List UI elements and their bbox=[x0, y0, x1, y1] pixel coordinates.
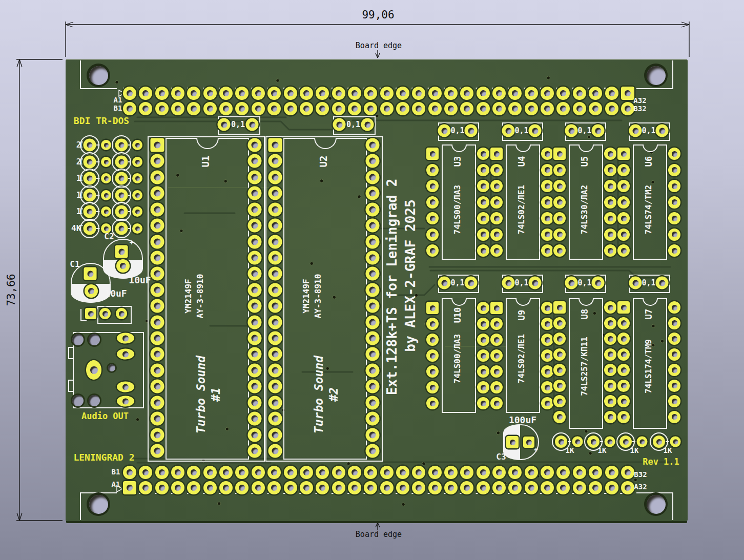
socket-pad bbox=[151, 138, 164, 152]
drill-hole bbox=[430, 248, 436, 254]
pin1-notch bbox=[196, 138, 219, 149]
socket-pad bbox=[151, 347, 164, 361]
connector-top-row-b-pad bbox=[508, 102, 522, 115]
drill-hole bbox=[191, 106, 197, 112]
drill-hole bbox=[673, 439, 678, 444]
via bbox=[589, 452, 592, 455]
ic-value: 74LS00/ЛА3 bbox=[453, 185, 462, 234]
drill-hole bbox=[272, 222, 279, 229]
ic-pad bbox=[553, 180, 566, 192]
ic-pad bbox=[426, 244, 439, 257]
connector-top-row-a-pad bbox=[541, 87, 554, 100]
cap-c2-polarity-mark: + bbox=[130, 239, 134, 246]
ic-value: 74LS02/ЛЕ1 bbox=[518, 334, 526, 383]
connector-bottom-row-b-pad bbox=[332, 466, 345, 479]
ic-pad bbox=[668, 348, 680, 361]
ic-pad bbox=[668, 317, 680, 329]
connector-bottom-row-a-pad bbox=[155, 481, 169, 494]
drill-hole bbox=[272, 158, 279, 164]
decoupling-cap-pad bbox=[565, 277, 578, 289]
drill-hole bbox=[625, 90, 631, 96]
drill-hole bbox=[252, 351, 258, 358]
drill-hole bbox=[88, 288, 94, 294]
ic-pad bbox=[604, 148, 616, 160]
socket-pad bbox=[366, 444, 380, 458]
drill-hole bbox=[544, 106, 550, 112]
drill-hole bbox=[494, 199, 500, 205]
drill-hole bbox=[135, 143, 140, 148]
drill-hole bbox=[364, 121, 370, 128]
socket-pad bbox=[366, 138, 380, 152]
connector-top-row-a-pad bbox=[187, 87, 200, 100]
connector-top-row-b-pad bbox=[589, 102, 602, 115]
mounting-hole-bore bbox=[89, 66, 108, 85]
drill-hole bbox=[159, 469, 165, 475]
drill-hole bbox=[480, 469, 486, 475]
connector-top-b1-label: B1 bbox=[114, 105, 122, 112]
socket-pad bbox=[248, 315, 262, 329]
drill-hole bbox=[87, 193, 93, 198]
socket-pad bbox=[366, 315, 380, 329]
drill-hole bbox=[369, 399, 376, 406]
ic-pad bbox=[553, 395, 566, 407]
drill-hole bbox=[154, 351, 161, 358]
drill-hole bbox=[672, 414, 677, 420]
drill-hole bbox=[87, 271, 93, 277]
drill-hole bbox=[672, 248, 677, 254]
resistor-pad bbox=[132, 190, 142, 200]
drill-hole bbox=[154, 238, 161, 245]
decoupling-cap-pad bbox=[592, 277, 605, 289]
decoupling-cap-pad bbox=[529, 277, 542, 289]
decoupling-cap-pad bbox=[333, 118, 346, 131]
drill-hole bbox=[545, 385, 550, 390]
ic-pad bbox=[617, 196, 630, 209]
drill-hole bbox=[191, 485, 197, 491]
drill-hole bbox=[494, 232, 500, 237]
connector-bottom-row-b-pad bbox=[589, 466, 602, 479]
connector-bottom-row-a-pad bbox=[412, 481, 425, 494]
socket-pad bbox=[248, 219, 262, 233]
socket-pad bbox=[366, 283, 380, 297]
drill-hole bbox=[430, 401, 436, 406]
drill-hole bbox=[272, 319, 279, 325]
ic-pad bbox=[541, 334, 553, 346]
ic-pad bbox=[668, 301, 680, 314]
drill-hole bbox=[621, 320, 627, 326]
drill-hole bbox=[221, 121, 227, 128]
drill-hole bbox=[591, 439, 596, 445]
ic-pad bbox=[553, 164, 566, 176]
drill-hole bbox=[154, 174, 161, 180]
connector-top-row-b-pad bbox=[155, 102, 169, 115]
drill-hole bbox=[430, 321, 436, 327]
drill-hole bbox=[369, 335, 376, 342]
drill-hole bbox=[159, 90, 165, 96]
ic-pad bbox=[604, 301, 616, 314]
socket-pad bbox=[151, 170, 164, 184]
connector-top-row-a-pad bbox=[380, 87, 394, 100]
connector-top-row-a-pad bbox=[332, 87, 345, 100]
drill-hole bbox=[494, 321, 500, 327]
resistor-bottom-label: 1K bbox=[598, 447, 607, 454]
connector-bottom-row-a-pad bbox=[284, 481, 297, 494]
ic-pad bbox=[617, 180, 630, 192]
cap-c1-ref-label: C1 bbox=[70, 260, 79, 268]
drill-hole bbox=[271, 106, 277, 112]
drill-hole bbox=[494, 353, 500, 359]
drill-hole bbox=[135, 193, 140, 198]
drill-hole bbox=[621, 199, 627, 205]
ic-pad bbox=[490, 397, 503, 409]
connector-top-row-b-pad bbox=[219, 102, 233, 115]
connector-top-row-b-pad bbox=[556, 102, 570, 115]
drill-hole bbox=[544, 485, 550, 491]
connector-bottom-row-a-pad bbox=[541, 481, 554, 494]
connector-top-row-a-pad bbox=[444, 87, 458, 100]
drill-hole bbox=[545, 353, 550, 359]
resistor-pad bbox=[132, 173, 142, 183]
connector-bottom-b32-label: B32 bbox=[634, 471, 647, 478]
connector-top-row-b-pad bbox=[477, 102, 490, 115]
decoupling-cap-value: 0,1 bbox=[642, 127, 655, 135]
ic-pad bbox=[490, 302, 503, 314]
drill-hole bbox=[384, 90, 390, 96]
pin1-notch bbox=[314, 138, 337, 149]
drill-hole bbox=[272, 447, 279, 454]
